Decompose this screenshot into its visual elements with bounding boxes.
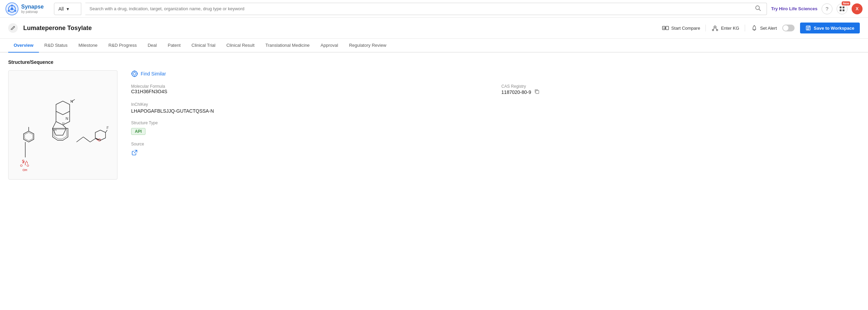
main-content: Structure/Sequence S O O OH bbox=[0, 53, 868, 186]
drug-icon bbox=[8, 23, 18, 33]
molecular-formula-value: C31H36FN3O4S bbox=[131, 89, 488, 94]
find-similar-icon bbox=[131, 70, 138, 77]
svg-line-45 bbox=[83, 137, 90, 142]
svg-point-55 bbox=[134, 71, 135, 72]
svg-point-3 bbox=[11, 4, 13, 6]
search-icon bbox=[755, 5, 761, 11]
api-badge: API bbox=[131, 128, 145, 135]
svg-text:O: O bbox=[20, 164, 23, 167]
svg-point-54 bbox=[133, 72, 136, 75]
help-button[interactable]: ? bbox=[822, 3, 832, 14]
enter-kg-button[interactable]: Enter KG bbox=[711, 24, 739, 32]
help-icon: ? bbox=[826, 6, 828, 12]
tab-rd-status[interactable]: R&D Status bbox=[39, 39, 73, 53]
structure-image-box: S O O OH N bbox=[8, 70, 117, 180]
svg-marker-27 bbox=[25, 132, 33, 141]
svg-line-34 bbox=[26, 161, 28, 164]
svg-marker-26 bbox=[24, 131, 34, 142]
nav-tabs: Overview R&D Status Milestone R&D Progre… bbox=[0, 39, 868, 53]
try-hiro-button[interactable]: Try Hiro Life Sciences bbox=[771, 6, 817, 11]
tab-translational-medicine[interactable]: Translational Medicine bbox=[260, 39, 315, 53]
svg-point-4 bbox=[15, 10, 16, 12]
tab-clinical-trial[interactable]: Clinical Trial bbox=[186, 39, 221, 53]
molecular-cas-grid: Molecular Formula C31H36FN3O4S CAS Regis… bbox=[131, 84, 860, 95]
divider-2 bbox=[745, 25, 745, 31]
inchi-value: LHAPOGAFBLSJJQ-GUTACTQSSA-N bbox=[131, 108, 860, 114]
cas-registry-col: CAS Registry 1187020-80-9 bbox=[501, 84, 860, 95]
grid-icon bbox=[839, 6, 845, 12]
svg-line-60 bbox=[134, 150, 137, 153]
search-box bbox=[85, 3, 767, 15]
start-compare-button[interactable]: U5 Start Compare bbox=[662, 24, 700, 32]
topbar: Synapse by patsnap All ▾ Try Hiro Life S… bbox=[0, 0, 868, 18]
svg-rect-25 bbox=[809, 26, 809, 27]
svg-line-22 bbox=[716, 28, 717, 29]
svg-point-2 bbox=[11, 8, 13, 10]
molecular-formula-label: Molecular Formula C31H36FN3O4S bbox=[131, 84, 488, 95]
svg-point-57 bbox=[134, 76, 135, 77]
inchi-label: InChIKey bbox=[131, 102, 860, 107]
inchi-section: InChIKey LHAPOGAFBLSJJQ-GUTACTQSSA-N bbox=[131, 102, 860, 114]
structure-type-label: Structure Type bbox=[131, 121, 860, 125]
save-workspace-label: Save to Workspace bbox=[814, 26, 854, 31]
alert-toggle[interactable] bbox=[782, 25, 795, 31]
svg-text:F: F bbox=[107, 126, 109, 130]
svg-text:N: N bbox=[66, 116, 68, 121]
search-button[interactable] bbox=[754, 5, 762, 12]
tab-regulatory-review[interactable]: Regulatory Review bbox=[344, 39, 392, 53]
molecule-svg: S O O OH N bbox=[12, 74, 114, 176]
svg-rect-14 bbox=[843, 9, 845, 11]
set-alert-button[interactable]: Set Alert bbox=[751, 24, 777, 32]
svg-rect-13 bbox=[840, 9, 842, 11]
tab-overview[interactable]: Overview bbox=[8, 39, 39, 53]
source-link-icon[interactable] bbox=[131, 149, 860, 158]
logo-synapse: Synapse bbox=[21, 4, 44, 10]
user-initial: X bbox=[856, 6, 859, 11]
logo-text: Synapse by patsnap bbox=[21, 4, 44, 14]
svg-text:O: O bbox=[27, 164, 29, 167]
svg-point-58 bbox=[131, 73, 132, 74]
set-alert-label: Set Alert bbox=[760, 26, 777, 31]
svg-point-56 bbox=[137, 73, 138, 74]
find-similar-button[interactable]: Find Similar bbox=[131, 70, 860, 77]
svg-text:U5: U5 bbox=[663, 27, 666, 29]
save-workspace-button[interactable]: Save to Workspace bbox=[800, 23, 860, 33]
new-badge-label: New bbox=[842, 1, 850, 5]
structure-section: S O O OH N bbox=[8, 70, 860, 180]
svg-point-5 bbox=[8, 10, 10, 12]
tab-approval[interactable]: Approval bbox=[315, 39, 344, 53]
structure-section-title: Structure/Sequence bbox=[8, 59, 860, 65]
drug-actions: U5 Start Compare Enter KG bbox=[662, 23, 860, 33]
structure-type-section: Structure Type API bbox=[131, 121, 860, 135]
svg-text:H: H bbox=[54, 128, 57, 132]
search-type-dropdown[interactable]: All ▾ bbox=[54, 3, 81, 15]
svg-rect-12 bbox=[843, 6, 845, 9]
compare-icon: U5 bbox=[662, 24, 669, 32]
copy-icon[interactable] bbox=[534, 89, 540, 95]
svg-line-21 bbox=[713, 28, 714, 29]
structure-info: Find Similar Molecular Formula C31H36FN3… bbox=[131, 70, 860, 158]
start-compare-label: Start Compare bbox=[671, 26, 700, 31]
search-input[interactable] bbox=[89, 6, 754, 11]
svg-line-44 bbox=[76, 137, 83, 142]
source-label: Source bbox=[131, 142, 860, 146]
source-section: Source bbox=[131, 142, 860, 158]
pencil-icon bbox=[10, 25, 16, 31]
tab-rd-progress[interactable]: R&D Progress bbox=[103, 39, 142, 53]
svg-line-52 bbox=[106, 130, 107, 132]
divider-1 bbox=[705, 25, 706, 31]
tab-deal[interactable]: Deal bbox=[142, 39, 162, 53]
synapse-logo-icon bbox=[5, 2, 18, 15]
svg-rect-59 bbox=[536, 90, 539, 94]
tab-clinical-result[interactable]: Clinical Result bbox=[221, 39, 260, 53]
svg-text:OH: OH bbox=[23, 168, 27, 172]
svg-rect-16 bbox=[666, 26, 669, 30]
kg-icon bbox=[711, 24, 719, 32]
bell-icon bbox=[751, 24, 758, 32]
apps-new-badge: New bbox=[837, 3, 848, 14]
svg-text:H: H bbox=[62, 122, 65, 125]
tab-patent[interactable]: Patent bbox=[162, 39, 186, 53]
tab-milestone[interactable]: Milestone bbox=[73, 39, 103, 53]
user-avatar[interactable]: X bbox=[852, 3, 863, 14]
chevron-down-icon: ▾ bbox=[67, 6, 69, 12]
